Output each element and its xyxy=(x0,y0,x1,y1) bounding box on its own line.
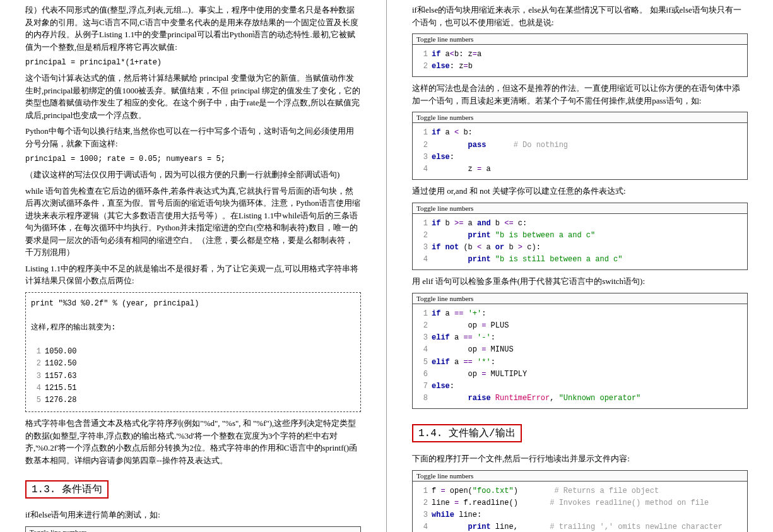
left-page: 段）代表不同形式的值(整型,浮点,列表,元组...)。事实上，程序中使用的变量名… xyxy=(0,0,386,532)
section-1-4-heading: 1.4. 文件输入/输出 xyxy=(412,424,522,442)
para: （建议这样的写法仅仅用于调试语句，因为可以很方便的只删一行就删掉全部调试语句) xyxy=(25,168,361,181)
para: Listing 1.1中的程序美中不足的就是输出不是很好看，为了让它美观一点,可… xyxy=(25,263,361,287)
code: 1if a == '+': 2 op = PLUS 3elif a == '-'… xyxy=(413,304,747,409)
code-box: Toggle line numbers 1if b >= a and b <= … xyxy=(412,203,748,271)
code: 1if a<b: z=a 2else: z=b xyxy=(413,45,747,76)
para: 这个语句计算表达式的值，然后将计算结果赋给 principal 变量做为它的新值… xyxy=(25,72,361,121)
right-page: if和else的语句块用缩近来表示，else从句在某些情况下可以省略。 如果if… xyxy=(387,0,773,532)
code: print "%3d %0.2f" % (year, principal) 这样… xyxy=(31,298,355,407)
toggle-line-numbers[interactable]: Toggle line numbers xyxy=(26,527,360,532)
code-box: Toggle line numbers 1# Compute the maxim… xyxy=(25,526,361,532)
para: if和else语句用来进行简单的测试，如: xyxy=(25,509,361,521)
toggle-line-numbers[interactable]: Toggle line numbers xyxy=(413,112,747,123)
para: 格式字符串包含普通文本及格式化字符序列(例如"%d", "%s", 和 "%f"… xyxy=(25,417,361,466)
code: 1if b >= a and b <= c: 2 print "b is bet… xyxy=(413,214,747,270)
para: if和else的语句块用缩近来表示，else从句在某些情况下可以省略。 如果if… xyxy=(412,4,748,28)
toggle-line-numbers[interactable]: Toggle line numbers xyxy=(413,203,747,214)
code-line: principal = principal*(1+rate) xyxy=(25,57,361,68)
para: Python中每个语句以换行结束,当然你也可以在一行中写多个语句，这时语句之间必… xyxy=(25,125,361,150)
para: 下面的程序打开一个文件,然后一行行地读出并显示文件内容: xyxy=(412,452,748,465)
code-box: Toggle line numbers 1if a == '+': 2 op =… xyxy=(412,293,748,410)
para: 段）代表不同形式的值(整型,浮点,列表,元组...)。事实上，程序中使用的变量名… xyxy=(25,4,361,53)
dashed-code-box: print "%3d %0.2f" % (year, principal) 这样… xyxy=(25,292,361,413)
code: 1f = open("foo.txt") # Returns a file ob… xyxy=(413,482,747,532)
para: 用 elif 语句可以检验多重条件(用于代替其它语言中的switch语句): xyxy=(412,275,748,288)
toggle-line-numbers[interactable]: Toggle line numbers xyxy=(413,34,747,45)
toggle-line-numbers[interactable]: Toggle line numbers xyxy=(413,293,747,304)
para: 这样的写法也是合法的，但这不是推荐的作法。一直使用缩近可以让你方便的在语句体中添… xyxy=(412,82,748,107)
code: 1if a < b: 2 pass # Do nothing 3else: 4 … xyxy=(413,123,747,179)
code-box: Toggle line numbers 1if a<b: z=a 2else: … xyxy=(412,33,748,77)
code-line: principal = 1000; rate = 0.05; numyears … xyxy=(25,153,361,165)
para: 通过使用 or,and 和 not 关键字你可以建立任意的条件表达式: xyxy=(412,185,748,198)
section-1-3-heading: 1.3. 条件语句 xyxy=(25,480,109,499)
toggle-line-numbers[interactable]: Toggle line numbers xyxy=(413,471,747,482)
para: while 语句首先检查在它后边的循环条件,若条件表达式为真,它就执行冒号后面的… xyxy=(25,185,361,259)
code-box: Toggle line numbers 1f = open("foo.txt")… xyxy=(412,470,748,532)
code-box: Toggle line numbers 1if a < b: 2 pass # … xyxy=(412,112,748,180)
